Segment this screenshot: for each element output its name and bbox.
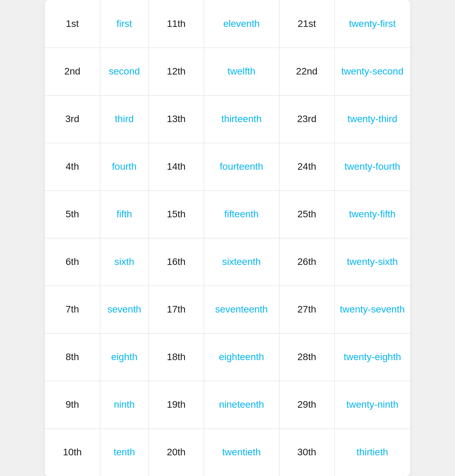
ordinal-word: eighth bbox=[100, 333, 149, 381]
ordinal-word: thirtieth bbox=[334, 428, 410, 476]
ordinal-word: twenty-eighth bbox=[334, 333, 410, 381]
ordinal-number: 9th bbox=[45, 381, 100, 428]
ordinal-number: 20th bbox=[149, 428, 204, 476]
table-row: 5th fifth 15th fifteenth 25th twenty-fif… bbox=[45, 190, 410, 238]
ordinal-word: twenty-second bbox=[334, 48, 410, 95]
ordinal-number: 28th bbox=[279, 333, 334, 381]
ordinal-number: 11th bbox=[149, 0, 204, 48]
ordinal-word: tenth bbox=[100, 428, 149, 476]
ordinal-word: twenty-fourth bbox=[334, 143, 410, 190]
ordinal-word: eleventh bbox=[204, 0, 279, 48]
ordinal-number: 23rd bbox=[279, 95, 334, 143]
ordinal-number: 12th bbox=[149, 48, 204, 95]
ordinal-number: 16th bbox=[149, 238, 204, 286]
ordinal-word: twelfth bbox=[204, 48, 279, 95]
ordinal-number: 5th bbox=[45, 190, 100, 238]
table-row: 1st first 11th eleventh 21st twenty-firs… bbox=[45, 0, 410, 48]
ordinal-word: twenty-first bbox=[334, 0, 410, 48]
ordinal-word: thirteenth bbox=[204, 95, 279, 143]
ordinal-number: 15th bbox=[149, 190, 204, 238]
ordinal-word: eighteenth bbox=[204, 333, 279, 381]
ordinal-word: second bbox=[100, 48, 149, 95]
ordinal-number: 8th bbox=[45, 333, 100, 381]
ordinal-number: 27th bbox=[279, 286, 334, 333]
ordinal-number: 21st bbox=[279, 0, 334, 48]
ordinal-word: twenty-seventh bbox=[334, 286, 410, 333]
ordinal-number: 29th bbox=[279, 381, 334, 428]
ordinal-number: 13th bbox=[149, 95, 204, 143]
ordinal-word: fourteenth bbox=[204, 143, 279, 190]
ordinal-number: 7th bbox=[45, 286, 100, 333]
ordinal-number: 17th bbox=[149, 286, 204, 333]
ordinal-number: 2nd bbox=[45, 48, 100, 95]
ordinals-table-container: 1st first 11th eleventh 21st twenty-firs… bbox=[45, 0, 410, 476]
table-row: 6th sixth 16th sixteenth 26th twenty-six… bbox=[45, 238, 410, 286]
ordinal-number: 1st bbox=[45, 0, 100, 48]
ordinal-number: 6th bbox=[45, 238, 100, 286]
ordinal-number: 14th bbox=[149, 143, 204, 190]
ordinal-number: 26th bbox=[279, 238, 334, 286]
ordinal-word: fourth bbox=[100, 143, 149, 190]
ordinal-number: 3rd bbox=[45, 95, 100, 143]
ordinal-word: seventeenth bbox=[204, 286, 279, 333]
ordinal-word: sixth bbox=[100, 238, 149, 286]
ordinal-number: 30th bbox=[279, 428, 334, 476]
table-row: 9th ninth 19th nineteenth 29th twenty-ni… bbox=[45, 381, 410, 428]
ordinal-word: sixteenth bbox=[204, 238, 279, 286]
ordinal-number: 19th bbox=[149, 381, 204, 428]
table-row: 10th tenth 20th twentieth 30th thirtieth bbox=[45, 428, 410, 476]
ordinal-word: third bbox=[100, 95, 149, 143]
table-row: 4th fourth 14th fourteenth 24th twenty-f… bbox=[45, 143, 410, 190]
ordinal-word: twenty-third bbox=[334, 95, 410, 143]
ordinals-table: 1st first 11th eleventh 21st twenty-firs… bbox=[45, 0, 410, 476]
ordinal-word: twenty-fifth bbox=[334, 190, 410, 238]
ordinal-number: 4th bbox=[45, 143, 100, 190]
ordinal-word: twentieth bbox=[204, 428, 279, 476]
ordinal-number: 22nd bbox=[279, 48, 334, 95]
ordinal-number: 10th bbox=[45, 428, 100, 476]
ordinal-word: seventh bbox=[100, 286, 149, 333]
ordinal-word: fifteenth bbox=[204, 190, 279, 238]
table-row: 8th eighth 18th eighteenth 28th twenty-e… bbox=[45, 333, 410, 381]
ordinal-word: first bbox=[100, 0, 149, 48]
table-row: 3rd third 13th thirteenth 23rd twenty-th… bbox=[45, 95, 410, 143]
table-row: 2nd second 12th twelfth 22nd twenty-seco… bbox=[45, 48, 410, 95]
ordinal-word: twenty-sixth bbox=[334, 238, 410, 286]
ordinal-word: fifth bbox=[100, 190, 149, 238]
ordinal-word: ninth bbox=[100, 381, 149, 428]
ordinal-number: 18th bbox=[149, 333, 204, 381]
ordinal-number: 24th bbox=[279, 143, 334, 190]
ordinal-word: twenty-ninth bbox=[334, 381, 410, 428]
ordinal-word: nineteenth bbox=[204, 381, 279, 428]
table-row: 7th seventh 17th seventeenth 27th twenty… bbox=[45, 286, 410, 333]
ordinal-number: 25th bbox=[279, 190, 334, 238]
